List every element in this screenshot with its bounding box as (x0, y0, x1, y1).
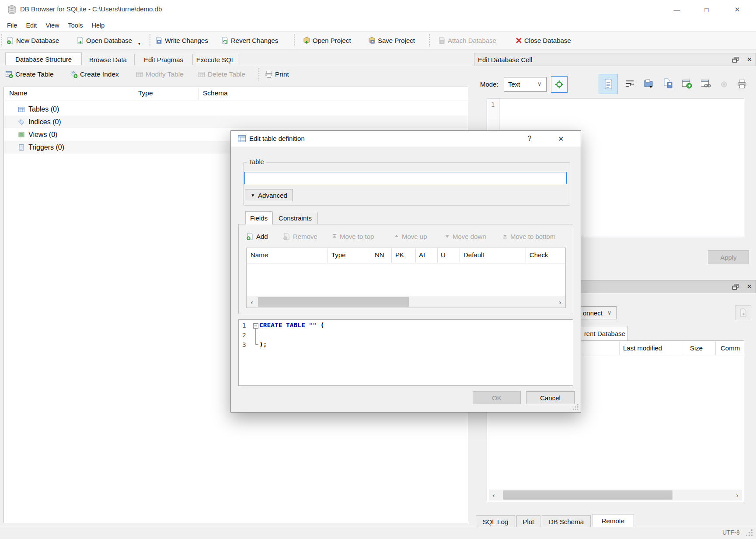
print-button[interactable]: Print (265, 68, 289, 80)
fields-table-hscrollbar[interactable]: ‹ › (247, 296, 565, 308)
add-field-button[interactable]: Add (246, 230, 268, 243)
scroll-thumb[interactable] (258, 297, 409, 307)
write-changes-icon (155, 37, 163, 44)
mode-combobox[interactable]: Text ∨ (504, 77, 547, 92)
menu-edit[interactable]: Edit (21, 21, 41, 30)
table-group-label: Table (247, 158, 266, 165)
menu-tools[interactable]: Tools (64, 21, 87, 30)
col-ai[interactable]: AI (419, 251, 425, 259)
tree-column-name[interactable]: Name (9, 89, 27, 97)
indices-icon (18, 119, 25, 126)
auto-switch-mode-button[interactable] (551, 76, 568, 93)
open-database-dropdown-arrow[interactable]: ▾ (138, 41, 140, 46)
open-in-external-button[interactable] (680, 77, 693, 91)
float-remote-panel-icon[interactable] (731, 283, 740, 290)
dialog-resize-grip[interactable] (573, 404, 579, 410)
word-wrap-button[interactable] (624, 78, 635, 90)
tab-plot[interactable]: Plot (516, 515, 540, 528)
tab-constraints[interactable]: Constraints (272, 212, 318, 224)
col-pk[interactable]: PK (395, 251, 404, 259)
tab-remote[interactable]: Remote (592, 514, 634, 528)
tab-execute-sql[interactable]: Execute SQL (193, 54, 238, 65)
table-name-input[interactable] (244, 172, 567, 184)
save-project-button[interactable]: Save Project (366, 34, 417, 46)
minimize-button[interactable]: — (666, 2, 687, 18)
edit-cell-panel-title: Edit Database Cell (478, 56, 532, 63)
scroll-right-arrow[interactable]: › (732, 490, 742, 500)
tree-row-label: Triggers (0) (28, 144, 64, 151)
menu-file[interactable]: File (3, 21, 21, 30)
open-database-button[interactable]: Open Database (75, 34, 134, 46)
print-cell-button[interactable] (735, 77, 749, 91)
revert-changes-icon (221, 37, 229, 44)
tree-row-tables[interactable]: Tables (0) (4, 103, 468, 116)
tab-browse-data[interactable]: Browse Data (82, 54, 134, 65)
close-panel-icon[interactable]: ✕ (745, 56, 754, 63)
attach-database-button: Attach Database (436, 34, 498, 46)
col-check[interactable]: Check (530, 251, 548, 259)
column-size[interactable]: Size (690, 344, 703, 352)
text-mode-button[interactable] (599, 74, 618, 94)
col-name[interactable]: Name (251, 251, 268, 259)
create-table-button[interactable]: Create Table (5, 68, 54, 80)
tree-row-label: Views (0) (28, 131, 57, 139)
col-u[interactable]: U (441, 251, 446, 259)
scroll-left-arrow[interactable]: ‹ (489, 490, 498, 500)
export-text-button[interactable] (662, 77, 675, 90)
scroll-thumb[interactable] (503, 490, 672, 500)
apply-button: Apply (708, 250, 749, 264)
tab-edit-pragmas[interactable]: Edit Pragmas (134, 54, 193, 65)
tab-fields[interactable]: Fields (245, 211, 272, 224)
tab-db-schema[interactable]: DB Schema (542, 515, 591, 528)
tree-column-type[interactable]: Type (138, 89, 153, 97)
open-project-icon (303, 37, 310, 44)
dialog-title: Edit table definition (249, 135, 305, 142)
menu-view[interactable]: View (41, 21, 63, 30)
menu-help[interactable]: Help (87, 21, 109, 30)
sql-preview-editor[interactable]: 1 2 3 CREATE TABLE "" ( ); (238, 319, 573, 386)
import-text-button[interactable]: ▾ (642, 77, 655, 90)
col-nn[interactable]: NN (375, 251, 384, 259)
create-index-label: Create Index (80, 70, 119, 78)
encoding-indicator[interactable]: UTF-8 (722, 529, 740, 536)
create-index-button[interactable]: Create Index (70, 68, 119, 80)
column-commit[interactable]: Comm (721, 344, 740, 352)
scroll-left-arrow[interactable]: ‹ (247, 296, 257, 308)
create-table-icon (5, 70, 13, 78)
column-last-modified[interactable]: Last modified (623, 344, 662, 352)
window-resize-grip[interactable] (746, 529, 754, 537)
maximize-button[interactable]: □ (696, 2, 717, 18)
dialog-help-button[interactable]: ? (524, 133, 535, 144)
tab-sql-log[interactable]: SQL Log (476, 515, 515, 528)
tab-database-structure[interactable]: Database Structure (5, 52, 82, 65)
tree-column-schema[interactable]: Schema (203, 89, 228, 97)
close-remote-panel-icon[interactable]: ✕ (745, 283, 754, 290)
remote-list-hscrollbar[interactable]: ‹ › (489, 490, 742, 500)
sql-paren: ( (317, 322, 324, 329)
write-changes-button[interactable]: Write Changes (153, 34, 210, 46)
import-dropdown-arrow[interactable]: ▾ (650, 84, 652, 89)
close-database-button[interactable]: Close Database (514, 34, 573, 46)
tree-row-indices[interactable]: Indices (0) (4, 116, 468, 128)
advanced-button[interactable]: ▼ Advanced (245, 189, 293, 201)
open-in-window-icon (682, 79, 692, 89)
col-default[interactable]: Default (463, 251, 484, 259)
close-button[interactable]: ✕ (727, 2, 748, 18)
open-project-button[interactable]: Open Project (301, 34, 353, 46)
tab-current-database-label: rent Database (584, 330, 625, 337)
float-panel-icon[interactable] (731, 56, 740, 63)
open-file-icon (643, 78, 654, 89)
new-database-button[interactable]: New Database (5, 34, 61, 46)
scroll-right-arrow[interactable]: › (555, 296, 565, 308)
revert-changes-label: Revert Changes (231, 37, 278, 44)
dialog-close-button[interactable]: ✕ (555, 133, 567, 144)
delete-table-icon (198, 70, 206, 78)
window-title: DB Browser for SQLite - C:\Users\turne\d… (20, 5, 162, 13)
col-type[interactable]: Type (331, 251, 346, 259)
fold-collapse-icon[interactable] (253, 323, 258, 329)
move-up-button: Move up (394, 230, 427, 243)
revert-changes-button[interactable]: Revert Changes (219, 34, 280, 46)
save-project-label: Save Project (378, 37, 415, 44)
cancel-button[interactable]: Cancel (526, 391, 575, 404)
copy-link-button[interactable] (699, 77, 712, 91)
